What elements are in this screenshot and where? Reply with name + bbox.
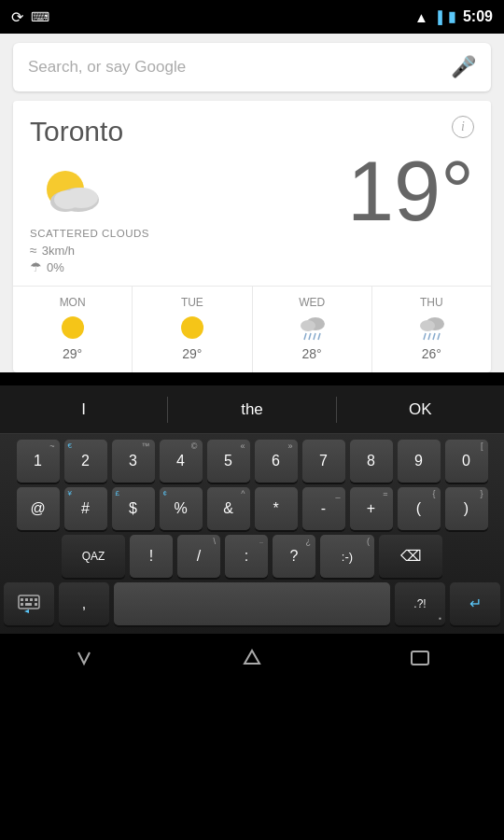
key-keyboard-switch[interactable] — [4, 582, 54, 625]
key-enter[interactable]: ↵ — [450, 582, 500, 625]
key-5[interactable]: «5 — [207, 440, 250, 483]
weather-description: SCATTERED CLOUDS — [30, 228, 149, 239]
svg-marker-27 — [245, 651, 259, 664]
svg-point-4 — [54, 190, 80, 209]
key-3[interactable]: ™3 — [112, 440, 155, 483]
forecast-thu: THU 26° — [372, 287, 491, 372]
info-icon[interactable]: i — [452, 116, 474, 138]
keyboard-row-bottom: , .?!▪ ↵ — [4, 582, 500, 625]
key-percent[interactable]: ¢% — [160, 487, 203, 530]
key-7[interactable]: 7 — [302, 440, 345, 483]
keyboard-icon: ⌨ — [31, 9, 49, 24]
recents-button[interactable] — [336, 634, 504, 682]
svg-line-17 — [433, 333, 435, 340]
forecast-wed-label: WED — [299, 296, 325, 309]
time-display: 5:09 — [463, 8, 493, 25]
forecast-tue-temp: 29° — [182, 346, 202, 361]
svg-point-8 — [301, 320, 315, 331]
suggestion-ok[interactable]: OK — [337, 391, 504, 428]
back-icon — [73, 647, 95, 669]
suggestion-the[interactable]: the — [168, 391, 335, 428]
key-rparen[interactable]: }) — [445, 487, 488, 530]
rain-icon: ☂ — [30, 259, 42, 274]
search-bar-container: Search, or say Google 🎤 — [0, 34, 504, 101]
battery-icon: ▮ — [448, 8, 455, 25]
keyboard: ~1 €2 ™3 ©4 «5 »6 7 8 9 [0 @ ¥# £$ ¢% ^&… — [0, 434, 504, 634]
svg-rect-22 — [30, 598, 33, 601]
keyboard-switch-icon — [18, 595, 40, 613]
loop-icon: ⟳ — [11, 8, 23, 26]
weather-condition-icon — [30, 157, 114, 222]
status-right-icons: ▲ ▐ ▮ 5:09 — [414, 8, 493, 25]
weather-card: Toronto i SCATTERED CLOUDS ≈ — [13, 101, 491, 372]
key-dotspecial[interactable]: .?!▪ — [395, 582, 445, 625]
key-lparen[interactable]: {( — [398, 487, 441, 530]
signal-icon: ▐ — [434, 10, 442, 24]
key-plus[interactable]: =+ — [350, 487, 393, 530]
key-star[interactable]: * — [255, 487, 298, 530]
mic-icon[interactable]: 🎤 — [451, 55, 476, 79]
svg-line-18 — [438, 333, 440, 340]
svg-rect-25 — [25, 603, 32, 606]
forecast-tue: TUE 29° — [133, 287, 252, 372]
key-shift[interactable]: QAZ — [62, 535, 125, 578]
wind-icon: ≈ — [30, 243, 37, 258]
forecast-mon-label: MON — [60, 296, 86, 309]
key-space[interactable] — [114, 582, 390, 625]
forecast-row: MON 29° TUE 29° WED — [13, 286, 491, 372]
key-amp[interactable]: ^& — [207, 487, 250, 530]
forecast-mon-icon — [56, 315, 90, 341]
svg-rect-26 — [35, 603, 37, 606]
svg-rect-23 — [35, 598, 37, 601]
key-dollar[interactable]: £$ — [112, 487, 155, 530]
key-6[interactable]: »6 — [255, 440, 298, 483]
key-question[interactable]: ¿? — [273, 535, 315, 578]
key-minus[interactable]: _- — [302, 487, 345, 530]
status-bar: ⟳ ⌨ ▲ ▐ ▮ 5:09 — [0, 0, 504, 34]
forecast-mon-temp: 29° — [63, 346, 82, 361]
svg-rect-20 — [21, 598, 23, 601]
key-hash[interactable]: ¥# — [64, 487, 107, 530]
svg-line-9 — [304, 333, 306, 340]
svg-rect-19 — [19, 595, 39, 609]
key-2[interactable]: €2 — [64, 440, 107, 483]
key-slash[interactable]: \/ — [177, 535, 220, 578]
keyboard-row-numbers: ~1 €2 ™3 ©4 «5 »6 7 8 9 [0 — [4, 440, 500, 483]
key-at[interactable]: @ — [17, 487, 60, 530]
temperature-display: 19° — [347, 149, 474, 233]
forecast-thu-label: THU — [420, 296, 443, 309]
wifi-icon: ▲ — [414, 9, 428, 25]
svg-point-14 — [420, 320, 435, 331]
key-0[interactable]: [0 — [445, 440, 488, 483]
bottom-nav — [0, 634, 504, 682]
key-colon[interactable]: ..: — [225, 535, 268, 578]
key-comma[interactable]: , — [59, 582, 109, 625]
svg-line-16 — [428, 333, 430, 340]
home-button[interactable] — [168, 634, 336, 682]
forecast-thu-temp: 26° — [422, 346, 441, 361]
keyboard-row-special: QAZ ! \/ ..: ¿? (:-) ⌫ — [4, 535, 500, 578]
svg-line-12 — [318, 333, 320, 340]
forecast-tue-icon — [175, 315, 209, 341]
recents-icon — [409, 647, 431, 669]
home-icon — [241, 647, 263, 669]
main-content: Search, or say Google 🎤 Toronto i — [0, 34, 504, 372]
key-1[interactable]: ~1 — [17, 440, 60, 483]
svg-point-5 — [62, 316, 84, 339]
svg-line-11 — [314, 333, 315, 340]
key-8[interactable]: 8 — [350, 440, 393, 483]
svg-rect-24 — [21, 603, 23, 606]
search-bar[interactable]: Search, or say Google 🎤 — [13, 43, 491, 91]
suggestion-i[interactable]: I — [0, 391, 167, 428]
key-emoji[interactable]: (:-) — [320, 535, 374, 578]
key-exclaim[interactable]: ! — [130, 535, 173, 578]
rain-percent: 0% — [47, 260, 64, 274]
key-9[interactable]: 9 — [398, 440, 441, 483]
svg-point-6 — [181, 316, 203, 339]
wind-speed: 3km/h — [42, 244, 75, 258]
key-backspace[interactable]: ⌫ — [379, 535, 442, 578]
keyboard-row-symbols: @ ¥# £$ ¢% ^& * _- =+ {( }) — [4, 487, 500, 530]
back-button[interactable] — [0, 634, 168, 682]
key-4[interactable]: ©4 — [160, 440, 203, 483]
weather-header: Toronto i — [30, 116, 474, 147]
